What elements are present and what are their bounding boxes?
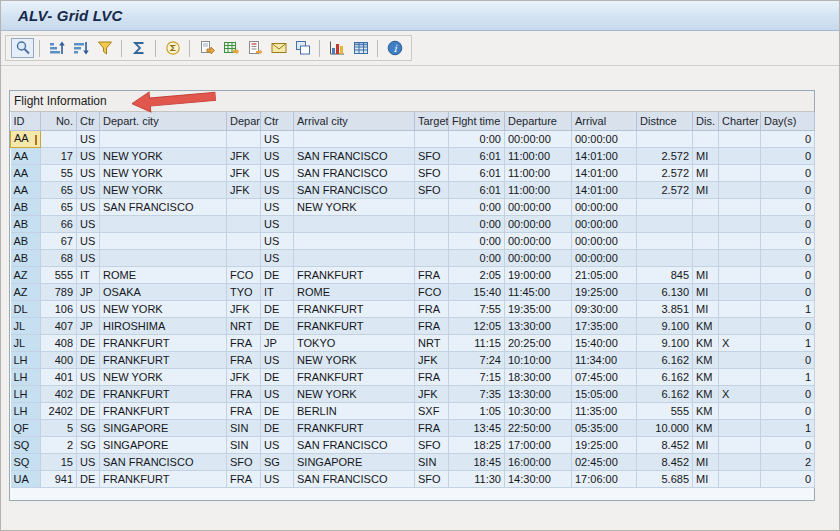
cell[interactable]: DE <box>77 470 100 487</box>
cell[interactable] <box>100 215 227 232</box>
cell[interactable]: IT <box>77 266 100 283</box>
details-icon[interactable] <box>11 38 34 58</box>
cell[interactable]: 00:00:00 <box>505 215 572 232</box>
cell[interactable]: AA <box>11 147 41 164</box>
cell[interactable]: FRA <box>415 300 449 317</box>
cell[interactable]: 00:00:00 <box>572 130 637 147</box>
layout-icon[interactable] <box>349 38 372 58</box>
cell[interactable]: AB <box>11 198 41 215</box>
cell[interactable]: AB <box>11 249 41 266</box>
subtotals-icon[interactable] <box>161 38 184 58</box>
cell[interactable]: SQ <box>11 453 41 470</box>
cell[interactable]: 7:35 <box>449 385 505 402</box>
cell[interactable]: JL <box>11 317 41 334</box>
cell[interactable]: 15 <box>41 453 77 470</box>
cell[interactable]: 0 <box>761 215 815 232</box>
table-row[interactable]: AB68USUS0:0000:00:0000:00:000 <box>11 249 815 266</box>
column-header-arrival-city[interactable]: Arrival city <box>294 112 415 130</box>
cell[interactable]: SINGAPORE <box>100 419 227 436</box>
cell[interactable]: 11:00:00 <box>505 181 572 198</box>
table-row[interactable]: LH401USNEW YORKJFKDEFRANKFURTFRA7:1518:3… <box>11 368 815 385</box>
cell[interactable]: MI <box>693 147 719 164</box>
cell[interactable]: 09:30:00 <box>572 300 637 317</box>
views-icon[interactable] <box>291 38 314 58</box>
column-header-dis[interactable]: Dis. <box>693 112 719 130</box>
cell[interactable]: FRA <box>415 317 449 334</box>
cell[interactable]: 0 <box>761 385 815 402</box>
cell[interactable]: LH <box>11 368 41 385</box>
cell[interactable]: 845 <box>637 266 693 283</box>
cell[interactable]: 11:15 <box>449 334 505 351</box>
table-row[interactable]: SQ2SGSINGAPORESINUSSAN FRANCISCOSFO18:25… <box>11 436 815 453</box>
cell[interactable] <box>693 198 719 215</box>
cell[interactable]: 11:34:00 <box>572 351 637 368</box>
cell[interactable]: 1 <box>761 368 815 385</box>
cell[interactable]: X <box>719 385 761 402</box>
cell[interactable]: 18:25 <box>449 436 505 453</box>
cell[interactable] <box>100 249 227 266</box>
cell[interactable] <box>294 249 415 266</box>
cell[interactable]: TYO <box>227 283 261 300</box>
cell[interactable]: 407 <box>41 317 77 334</box>
table-row[interactable]: AAUSUS0:0000:00:0000:00:000 <box>11 130 815 147</box>
cell[interactable]: SXF <box>415 402 449 419</box>
cell[interactable]: FRA <box>415 368 449 385</box>
column-header-charter[interactable]: Charter <box>719 112 761 130</box>
cell[interactable] <box>637 232 693 249</box>
cell[interactable]: SAN FRANCISCO <box>294 436 415 453</box>
cell[interactable]: 11:00:00 <box>505 164 572 181</box>
cell[interactable]: 400 <box>41 351 77 368</box>
cell[interactable]: 05:35:00 <box>572 419 637 436</box>
cell[interactable]: 402 <box>41 385 77 402</box>
cell[interactable]: 408 <box>41 334 77 351</box>
cell[interactable]: DE <box>261 419 294 436</box>
cell[interactable] <box>415 130 449 147</box>
cell[interactable]: DE <box>77 402 100 419</box>
cell[interactable] <box>227 198 261 215</box>
cell[interactable]: 13:30:00 <box>505 385 572 402</box>
cell[interactable]: 00:00:00 <box>572 215 637 232</box>
table-row[interactable]: AZ555ITROMEFCODEFRANKFURTFRA2:0519:00:00… <box>11 266 815 283</box>
cell[interactable]: AB <box>11 215 41 232</box>
cell[interactable]: 00:00:00 <box>572 232 637 249</box>
cell[interactable]: FRANKFURT <box>294 300 415 317</box>
cell[interactable] <box>719 249 761 266</box>
cell[interactable]: SAN FRANCISCO <box>100 453 227 470</box>
cell[interactable] <box>719 181 761 198</box>
mail-icon[interactable] <box>267 38 290 58</box>
cell[interactable] <box>637 198 693 215</box>
cell[interactable] <box>719 402 761 419</box>
column-header-id[interactable]: ID <box>11 112 41 130</box>
cell[interactable]: KM <box>693 351 719 368</box>
cell[interactable]: KM <box>693 402 719 419</box>
cell[interactable]: 1 <box>761 334 815 351</box>
cell[interactable]: 10:30:00 <box>505 402 572 419</box>
cell[interactable]: 00:00:00 <box>572 249 637 266</box>
cell[interactable]: SFO <box>227 453 261 470</box>
cell[interactable]: SAN FRANCISCO <box>294 164 415 181</box>
cell[interactable] <box>693 215 719 232</box>
cell[interactable] <box>719 232 761 249</box>
cell[interactable]: 17:06:00 <box>572 470 637 487</box>
table-row[interactable]: UA941DEFRANKFURTFRAUSSAN FRANCISCOSFO11:… <box>11 470 815 487</box>
cell[interactable] <box>100 232 227 249</box>
table-row[interactable]: JL408DEFRANKFURTFRAJPTOKYONRT11:1520:25:… <box>11 334 815 351</box>
cell[interactable]: 0 <box>761 402 815 419</box>
sort-ascending-icon[interactable] <box>45 38 68 58</box>
cell[interactable]: 0:00 <box>449 232 505 249</box>
cell[interactable]: FRANKFURT <box>294 419 415 436</box>
cell[interactable]: FRA <box>415 266 449 283</box>
cell[interactable]: SAN FRANCISCO <box>294 181 415 198</box>
cell[interactable] <box>637 249 693 266</box>
cell[interactable]: 5 <box>41 419 77 436</box>
cell[interactable]: MI <box>693 164 719 181</box>
cell[interactable]: 2.572 <box>637 181 693 198</box>
cell[interactable]: 2:05 <box>449 266 505 283</box>
cell[interactable]: 10:10:00 <box>505 351 572 368</box>
cell[interactable]: AZ <box>11 266 41 283</box>
spreadsheet-icon[interactable] <box>219 38 242 58</box>
cell[interactable]: 106 <box>41 300 77 317</box>
cell[interactable]: FCO <box>227 266 261 283</box>
cell[interactable]: 07:45:00 <box>572 368 637 385</box>
cell[interactable]: 13:45 <box>449 419 505 436</box>
